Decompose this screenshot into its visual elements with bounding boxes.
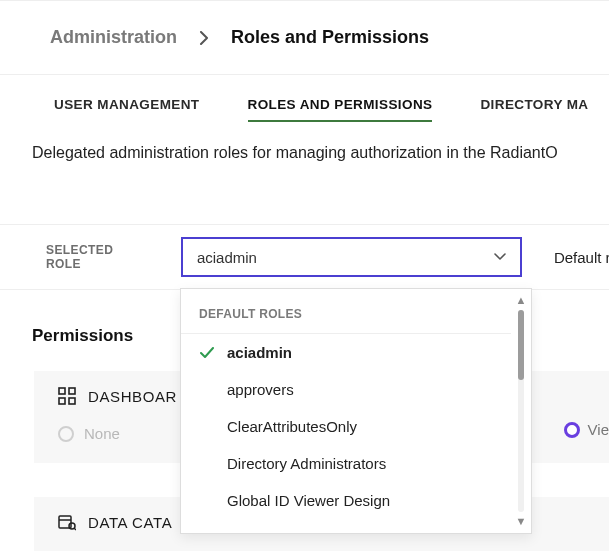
permissions-title: Permissions xyxy=(32,326,133,346)
selected-role-row: SELECTED ROLE aciadmin Default r xyxy=(0,224,609,290)
svg-rect-1 xyxy=(69,388,75,394)
radio-view-label: Vie xyxy=(588,421,609,438)
card-title-dashboard: DASHBOAR xyxy=(88,388,177,405)
radio-none-label: None xyxy=(84,425,120,442)
role-select[interactable]: aciadmin xyxy=(181,237,522,277)
dropdown-item-label: ClearAttributesOnly xyxy=(227,418,357,435)
chevron-right-icon xyxy=(199,31,209,45)
radio-view[interactable]: Vie xyxy=(564,421,609,438)
dashboard-icon xyxy=(58,387,76,405)
dropdown-item-clearattributes[interactable]: ClearAttributesOnly xyxy=(181,408,511,445)
scroll-up-icon[interactable]: ▲ xyxy=(516,295,527,306)
svg-rect-3 xyxy=(69,398,75,404)
dropdown-item-label: Directory Administrators xyxy=(227,455,386,472)
chevron-down-icon xyxy=(494,253,506,261)
breadcrumb-parent[interactable]: Administration xyxy=(50,27,177,48)
data-catalog-icon xyxy=(58,513,76,531)
dropdown-item-approvers[interactable]: approvers xyxy=(181,371,511,408)
role-select-value: aciadmin xyxy=(197,249,257,266)
scroll-thumb[interactable] xyxy=(518,310,524,380)
dropdown-item-label: Global ID Viewer Design xyxy=(227,492,390,509)
dropdown-scrollbar[interactable]: ▲ ▼ xyxy=(511,289,531,533)
breadcrumb-current: Roles and Permissions xyxy=(231,27,429,48)
tab-user-management[interactable]: USER MANAGEMENT xyxy=(54,97,200,122)
tabs: USER MANAGEMENT ROLES AND PERMISSIONS DI… xyxy=(0,75,609,122)
default-roles-link[interactable]: Default r xyxy=(554,249,609,266)
role-dropdown: DEFAULT ROLES aciadmin approvers ClearAt… xyxy=(180,288,532,534)
dropdown-item-label: approvers xyxy=(227,381,294,398)
dropdown-item-directoryadmins[interactable]: Directory Administrators xyxy=(181,445,511,482)
dropdown-item-label: aciadmin xyxy=(227,344,292,361)
svg-rect-2 xyxy=(59,398,65,404)
selected-role-label: SELECTED ROLE xyxy=(46,243,149,271)
tab-directory[interactable]: DIRECTORY MA xyxy=(480,97,588,122)
dropdown-item-globalidviewer[interactable]: Global ID Viewer Design xyxy=(181,482,511,519)
radio-none[interactable] xyxy=(58,426,74,442)
tab-roles-permissions[interactable]: ROLES AND PERMISSIONS xyxy=(248,97,433,122)
check-icon xyxy=(199,347,215,359)
svg-line-7 xyxy=(74,528,76,530)
scroll-down-icon[interactable]: ▼ xyxy=(516,516,527,527)
scroll-track[interactable] xyxy=(518,310,524,512)
breadcrumb: Administration Roles and Permissions xyxy=(0,1,609,75)
svg-rect-0 xyxy=(59,388,65,394)
dropdown-item-aciadmin[interactable]: aciadmin xyxy=(181,334,511,371)
card-title-data-catalog: DATA CATA xyxy=(88,514,172,531)
radio-view-indicator xyxy=(564,422,580,438)
page-description: Delegated administration roles for manag… xyxy=(0,122,609,162)
dropdown-heading: DEFAULT ROLES xyxy=(181,289,511,334)
dropdown-list: aciadmin approvers ClearAttributesOnly D… xyxy=(181,334,511,519)
